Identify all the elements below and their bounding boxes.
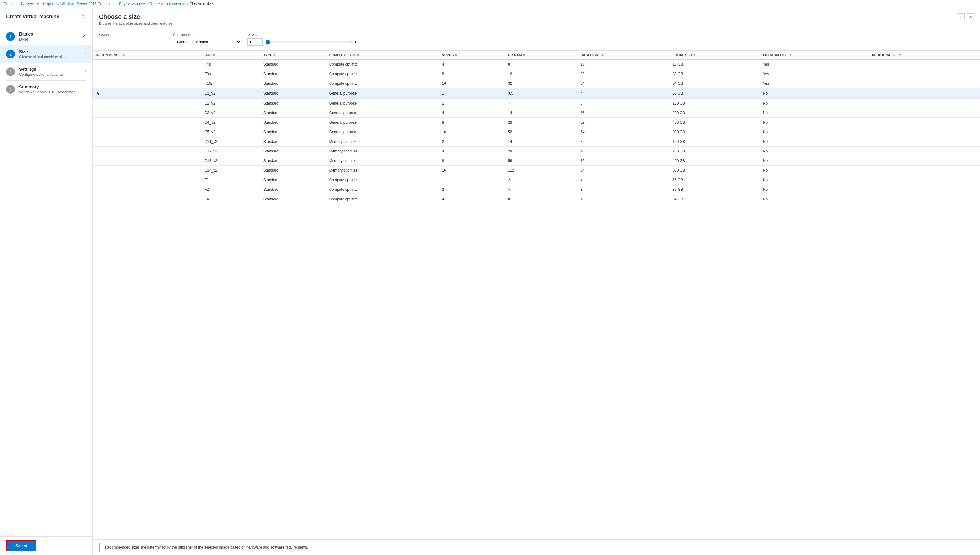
step-content: SettingsConfigure optional features: [19, 67, 85, 77]
col-header-gb_ram[interactable]: GB RAM⇅: [505, 51, 577, 60]
cell-compute_type: Compute optimiz: [326, 69, 439, 79]
table-row[interactable]: F16sStandardCompute optimiz16326464 GBYe…: [93, 79, 980, 88]
cell-premium_dis: No: [760, 166, 869, 175]
cell-gb_ram: 2: [505, 175, 577, 185]
col-header-premium_dis[interactable]: PREMIUM DIS...⇅: [760, 51, 869, 60]
vcpu-label: vCPUs: [247, 34, 363, 37]
cell-gb_ram: 28: [505, 118, 577, 127]
cell-sku: F16s: [202, 79, 260, 88]
cell-vcpus: 8: [439, 118, 505, 127]
cell-gb_ram: 4: [505, 185, 577, 194]
table-row[interactable]: D4_v2StandardGeneral purpose82832400 GBN…: [93, 118, 980, 127]
cell-sku: D13_v2: [202, 156, 260, 166]
vcpu-min-input[interactable]: [247, 38, 263, 46]
cell-premium_dis: No: [760, 137, 869, 146]
col-header-recommended[interactable]: RECOMMEND...⇅: [93, 51, 202, 60]
left-footer: Select: [0, 536, 93, 555]
table-row[interactable]: D5_v2StandardGeneral purpose165664800 GB…: [93, 127, 980, 137]
right-footer: Recommended sizes are determined by the …: [93, 539, 980, 555]
cell-type: Standard: [260, 127, 326, 137]
vcpu-slider[interactable]: [265, 40, 352, 45]
close-button[interactable]: ×: [80, 13, 86, 20]
cell-data_disks: 16: [577, 108, 669, 118]
vcpu-row: 128: [247, 38, 363, 46]
table-row[interactable]: D2_v2StandardGeneral purpose278100 GBNo: [93, 99, 980, 108]
compute-type-select[interactable]: AllCurrent generationPrevious generation: [173, 38, 241, 47]
cell-compute_type: Compute optimiz: [326, 60, 439, 69]
cell-gb_ram: 28: [505, 146, 577, 156]
cell-local_ssd: 32 GB: [669, 69, 760, 79]
table-row[interactable]: D14_v2StandardMemory optimize1611264800 …: [93, 166, 980, 175]
cell-additional: [868, 156, 980, 166]
cell-compute_type: Memory optimize: [326, 166, 439, 175]
table-row[interactable]: F8sStandardCompute optimiz8163232 GBYes: [93, 69, 980, 79]
cell-sku: D5_v2: [202, 127, 260, 137]
table-row[interactable]: D13_v2StandardMemory optimize85632400 GB…: [93, 156, 980, 166]
cell-sku: F4s: [202, 60, 260, 69]
cell-type: Standard: [260, 79, 326, 88]
breadcrumb-link[interactable]: Create virtual machine: [149, 2, 186, 6]
breadcrumb-link[interactable]: Dashboard: [4, 2, 22, 6]
breadcrumb-link[interactable]: New: [26, 2, 33, 6]
cell-compute_type: Memory optimize: [326, 146, 439, 156]
cell-gb_ram: 14: [505, 108, 577, 118]
close-window-button[interactable]: ✕: [967, 13, 974, 20]
cell-premium_dis: No: [760, 108, 869, 118]
sort-icon: ⇅: [693, 54, 696, 57]
search-input[interactable]: [99, 38, 167, 46]
cell-additional: [868, 146, 980, 156]
table-row[interactable]: F4sStandardCompute optimiz481616 GBYes: [93, 60, 980, 69]
cell-gb_ram: 8: [505, 60, 577, 69]
col-header-sku[interactable]: SKU⇅: [202, 51, 260, 60]
table-row[interactable]: F2StandardCompute optimiz24832 GBNo: [93, 185, 980, 194]
table-row[interactable]: ★D1_v2StandardGeneral purpose13.5450 GBN…: [93, 88, 980, 99]
table-row[interactable]: D11_v2StandardMemory optimize2148100 GBN…: [93, 137, 980, 146]
breadcrumb-link[interactable]: Marketplace: [37, 2, 56, 6]
cell-recommended: [93, 166, 202, 175]
cell-vcpus: 4: [439, 60, 505, 69]
cell-compute_type: General purpose: [326, 118, 439, 127]
right-header: Choose a size Browse the available sizes…: [93, 8, 980, 29]
table-row[interactable]: F4StandardCompute optimiz481664 GBNo: [93, 194, 980, 204]
col-header-vcpus[interactable]: VCPUS⇅: [439, 51, 505, 60]
sort-icon: ⇅: [789, 54, 792, 57]
cell-sku: D14_v2: [202, 166, 260, 175]
vcpu-group: vCPUs 128: [247, 34, 363, 46]
col-header-type[interactable]: TYPE⇅: [260, 51, 326, 60]
breadcrumb-link[interactable]: Windows Server 2016 Datacenter - Pay-as-…: [60, 2, 145, 6]
cell-vcpus: 2: [439, 99, 505, 108]
table-row[interactable]: F1StandardCompute optimiz12416 GBNo: [93, 175, 980, 185]
cell-premium_dis: No: [760, 146, 869, 156]
step-number: 1: [6, 32, 15, 41]
table-row[interactable]: D12_v2StandardMemory optimize42816200 GB…: [93, 146, 980, 156]
step-label: Basics: [19, 32, 82, 37]
cell-data_disks: 16: [577, 60, 669, 69]
cell-premium_dis: No: [760, 118, 869, 127]
wizard-step-basics[interactable]: 1BasicsDone✓: [0, 28, 93, 45]
col-header-compute_type[interactable]: COMPUTE TYPE⇅: [326, 51, 439, 60]
cell-sku: D12_v2: [202, 146, 260, 156]
select-button[interactable]: Select: [6, 541, 37, 551]
cell-premium_dis: No: [760, 175, 869, 185]
cell-type: Standard: [260, 99, 326, 108]
header-text: Choose a size Browse the available sizes…: [99, 13, 173, 26]
cell-vcpus: 1: [439, 175, 505, 185]
cell-additional: [868, 166, 980, 175]
step-label: Size: [19, 49, 85, 54]
col-header-additional_f[interactable]: ADDITIONAL F...⇅: [868, 51, 980, 60]
cell-local_ssd: 400 GB: [669, 156, 760, 166]
wizard-step-settings: 3SettingsConfigure optional features›: [0, 63, 93, 80]
cell-compute_type: Compute optimiz: [326, 185, 439, 194]
cell-type: Standard: [260, 108, 326, 118]
cell-vcpus: 2: [439, 185, 505, 194]
table-row[interactable]: D3_v2StandardGeneral purpose41416200 GBN…: [93, 108, 980, 118]
cell-recommended: [93, 185, 202, 194]
cell-vcpus: 16: [439, 166, 505, 175]
chevron-icon: ›: [85, 86, 86, 91]
cell-gb_ram: 32: [505, 79, 577, 88]
wizard-step-size[interactable]: 2SizeChoose virtual machine size›: [0, 45, 93, 63]
table-body[interactable]: F4sStandardCompute optimiz481616 GBYesF8…: [93, 60, 980, 204]
col-header-data_disks[interactable]: DATA DISKS⇅: [577, 51, 669, 60]
restore-button[interactable]: □: [958, 13, 964, 20]
col-header-local_ssd[interactable]: LOCAL SSD⇅: [669, 51, 760, 60]
